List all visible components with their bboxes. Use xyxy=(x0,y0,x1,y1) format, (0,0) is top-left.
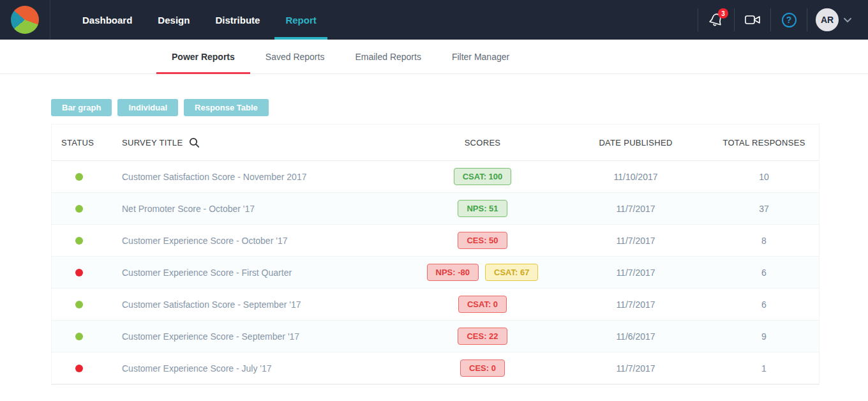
status-dot xyxy=(75,269,83,276)
survey-title-link[interactable]: Customer Satisfaction Score - November 2… xyxy=(122,172,403,182)
status-cell xyxy=(52,205,122,213)
status-cell xyxy=(52,333,122,340)
survey-title-link[interactable]: Customer Satisfaction Score - September … xyxy=(122,299,403,310)
tab-emailed-reports[interactable]: Emailed Reports xyxy=(340,40,437,73)
total-responses: 9 xyxy=(709,331,819,342)
date-published: 11/7/2017 xyxy=(562,363,709,374)
total-responses: 6 xyxy=(709,268,819,278)
help-icon: ? xyxy=(782,13,797,27)
tab-power-reports[interactable]: Power Reports xyxy=(156,40,250,73)
main-nav: DashboardDesignDistributeReport xyxy=(70,0,329,40)
status-cell xyxy=(52,365,122,372)
score-badge: CSAT: 67 xyxy=(485,264,538,281)
nav-item-dashboard[interactable]: Dashboard xyxy=(71,0,143,40)
score-badge: NPS: -80 xyxy=(427,264,479,281)
total-responses: 6 xyxy=(709,299,819,310)
date-published: 11/10/2017 xyxy=(562,172,709,182)
app-logo[interactable] xyxy=(0,0,50,40)
date-published: 11/7/2017 xyxy=(562,268,709,278)
status-cell xyxy=(52,301,122,308)
survey-title-link[interactable]: Customer Experience Score - September '1… xyxy=(122,331,403,342)
date-published: 11/6/2017 xyxy=(562,331,709,342)
scores-cell: CES: 22 xyxy=(403,328,562,345)
total-responses: 1 xyxy=(709,363,819,374)
header-scores: SCORES xyxy=(403,138,562,148)
status-cell xyxy=(52,237,122,245)
header-status: STATUS xyxy=(52,138,122,148)
score-badge: CSAT: 100 xyxy=(454,168,512,185)
status-dot xyxy=(75,237,83,245)
survey-title-link[interactable]: Net Promoter Score - October '17 xyxy=(122,204,403,214)
table-row[interactable]: Customer Satisfaction Score - September … xyxy=(52,289,819,321)
video-camera-icon xyxy=(744,13,761,27)
survey-title-link[interactable]: Customer Experience Score - July '17 xyxy=(122,363,403,374)
avatar: AR xyxy=(816,8,839,31)
scores-cell: CES: 0 xyxy=(403,359,562,377)
top-navbar: DashboardDesignDistributeReport 3 ? xyxy=(0,0,868,40)
nav-item-report[interactable]: Report xyxy=(274,0,327,40)
status-dot xyxy=(75,301,83,308)
help-button[interactable]: ? xyxy=(771,0,807,40)
table-header: STATUS SURVEY TITLE SCORES DATE PUBLISHE… xyxy=(52,125,819,161)
individual-button[interactable]: Individual xyxy=(117,99,178,116)
header-survey-title-label: SURVEY TITLE xyxy=(122,138,183,148)
tab-saved-reports[interactable]: Saved Reports xyxy=(250,40,340,73)
main-content: Bar graphIndividualResponse Table STATUS… xyxy=(0,99,868,385)
header-date-published: DATE PUBLISHED xyxy=(562,138,709,148)
score-badge: NPS: 51 xyxy=(458,200,507,217)
status-dot xyxy=(75,205,83,213)
surveys-table: STATUS SURVEY TITLE SCORES DATE PUBLISHE… xyxy=(51,124,819,385)
survey-title-link[interactable]: Customer Experience Score - October '17 xyxy=(122,236,403,246)
score-badge: CSAT: 0 xyxy=(458,296,507,313)
scores-cell: CES: 50 xyxy=(403,232,562,249)
status-dot xyxy=(75,365,83,372)
nav-item-distribute[interactable]: Distribute xyxy=(204,0,271,40)
table-row[interactable]: Customer Experience Score - October '17 … xyxy=(52,225,819,257)
report-tabbar: Power ReportsSaved ReportsEmailed Report… xyxy=(0,40,868,74)
header-survey-title: SURVEY TITLE xyxy=(122,137,403,148)
total-responses: 37 xyxy=(709,204,819,214)
video-button[interactable] xyxy=(735,0,770,40)
score-badge: CES: 50 xyxy=(458,232,507,249)
notifications-button[interactable]: 3 xyxy=(698,0,734,40)
total-responses: 8 xyxy=(709,236,819,246)
user-menu[interactable]: AR xyxy=(807,0,862,40)
date-published: 11/7/2017 xyxy=(562,204,709,214)
table-row[interactable]: Customer Experience Score - First Quarte… xyxy=(52,257,819,289)
date-published: 11/7/2017 xyxy=(562,299,709,310)
scores-cell: NPS: 51 xyxy=(403,200,562,217)
bar-graph-button[interactable]: Bar graph xyxy=(51,99,112,116)
scores-cell: CSAT: 0 xyxy=(403,296,562,313)
view-switcher: Bar graphIndividualResponse Table xyxy=(51,99,819,116)
response-table-button[interactable]: Response Table xyxy=(184,99,269,116)
tab-filter-manager[interactable]: Filter Manager xyxy=(437,40,525,73)
status-dot xyxy=(75,173,83,181)
navbar-actions: 3 ? AR xyxy=(698,0,868,40)
nav-item-design[interactable]: Design xyxy=(147,0,200,40)
table-row[interactable]: Customer Experience Score - September '1… xyxy=(52,321,819,352)
date-published: 11/7/2017 xyxy=(562,236,709,246)
notification-badge: 3 xyxy=(718,8,728,19)
survey-title-link[interactable]: Customer Experience Score - First Quarte… xyxy=(122,268,403,278)
table-row[interactable]: Net Promoter Score - October '17 NPS: 51… xyxy=(52,193,819,225)
table-row[interactable]: Customer Experience Score - July '17 CES… xyxy=(52,352,819,384)
table-row[interactable]: Customer Satisfaction Score - November 2… xyxy=(52,161,819,193)
score-badge: CES: 22 xyxy=(458,328,507,345)
status-cell xyxy=(52,173,122,181)
status-dot xyxy=(75,333,83,340)
status-cell xyxy=(52,269,122,276)
search-icon[interactable] xyxy=(189,137,200,148)
scores-cell: NPS: -80CSAT: 67 xyxy=(403,264,562,281)
total-responses: 10 xyxy=(709,172,819,182)
score-badge: CES: 0 xyxy=(460,359,505,377)
pie-chart-logo-icon xyxy=(11,6,39,34)
header-total-responses: TOTAL RESPONSES xyxy=(709,138,819,148)
table-body: Customer Satisfaction Score - November 2… xyxy=(52,161,819,384)
scores-cell: CSAT: 100 xyxy=(403,168,562,185)
chevron-down-icon xyxy=(843,17,852,23)
